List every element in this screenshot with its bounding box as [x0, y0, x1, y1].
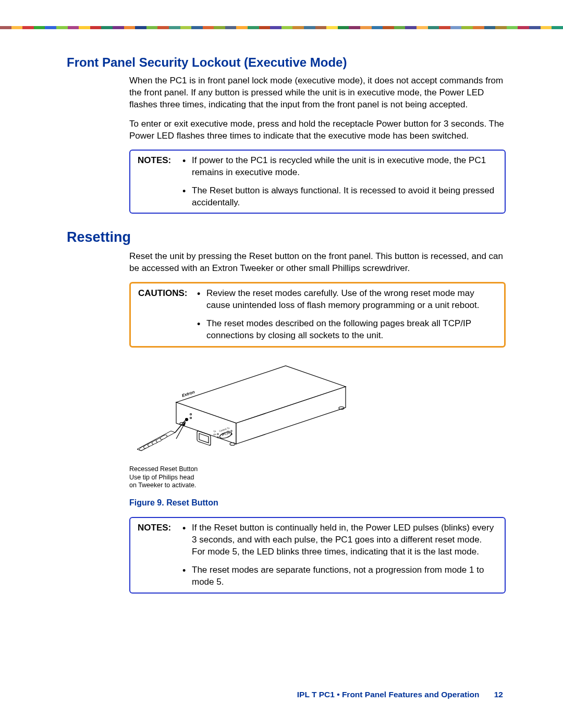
device-diagram-svg: Extron IP Link Tx Rx: [134, 358, 359, 462]
figure-reset-button: Extron IP Link Tx Rx: [129, 358, 506, 508]
diagram-caption-line1: Recessed Reset Button: [129, 465, 506, 474]
svg-rect-4: [199, 434, 209, 443]
diagram-caption-line3: on Tweeker to activate.: [129, 482, 506, 490]
notes2-item1: If the Reset button is continually held …: [180, 522, 497, 558]
heading-resetting: Resetting: [67, 229, 506, 245]
figure-label: Figure 9. Reset Button: [129, 498, 506, 508]
decorative-color-strip: [0, 26, 563, 29]
footer-page-number: 12: [494, 690, 503, 699]
cautions-box: CAUTIONS: Review the reset modes careful…: [129, 282, 506, 348]
notes1-item1: If power to the PC1 is recycled while th…: [180, 155, 497, 179]
footer-text: IPL T PC1 • Front Panel Features and Ope…: [297, 690, 480, 699]
svg-point-5: [186, 418, 188, 421]
page-footer: IPL T PC1 • Front Panel Features and Ope…: [297, 690, 503, 699]
diagram-caption-line2: Use tip of Philips head: [129, 474, 506, 482]
paragraph-fp2: To enter or exit executive mode, press a…: [129, 118, 506, 142]
notes1-item2: The Reset button is always functional. I…: [180, 185, 497, 209]
cautions-label: CAUTIONS:: [138, 288, 193, 342]
cautions1-item1: Review the reset modes carefully. Use of…: [195, 288, 497, 312]
notes-box-2: NOTES: If the Reset button is continuall…: [129, 517, 506, 594]
notes2-item2: The reset modes are separate functions, …: [180, 564, 497, 588]
notes-box-1: NOTES: If power to the PC1 is recycled w…: [129, 150, 506, 214]
cautions1-item2: The reset modes described on the followi…: [195, 318, 497, 342]
heading-front-panel-lockout: Front Panel Security Lockout (Executive …: [67, 55, 506, 70]
notes-label: NOTES:: [138, 155, 178, 209]
paragraph-fp1: When the PC1 is in front panel lock mode…: [129, 75, 506, 111]
notes-label-2: NOTES:: [138, 522, 178, 588]
paragraph-reset1: Reset the unit by pressing the Reset but…: [129, 251, 506, 275]
svg-point-1: [230, 443, 235, 446]
